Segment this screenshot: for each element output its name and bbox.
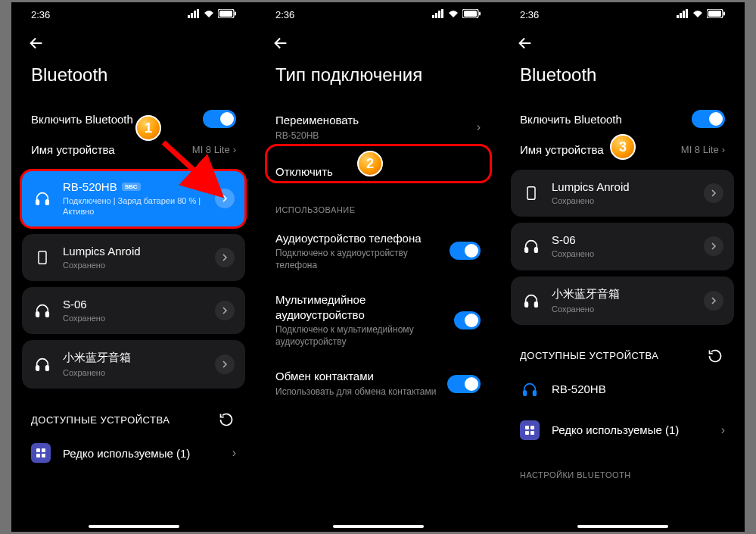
battery-icon (218, 9, 236, 20)
chevron-right-icon: › (721, 423, 725, 437)
media-audio-row[interactable]: Мультимедийное аудиоустройство Подключен… (266, 282, 490, 358)
phone-icon (521, 183, 541, 203)
enable-bluetooth-row[interactable]: Включить Bluetooth (511, 102, 734, 136)
wifi-icon (447, 9, 459, 20)
phone-icon (33, 248, 52, 267)
paired-device-s06[interactable]: S-06 Сохранено (22, 287, 245, 334)
chevron-right-icon: › (722, 144, 725, 155)
device-status: Сохранено (63, 313, 204, 323)
battery-icon (707, 9, 725, 20)
device-name-label: Имя устройства (520, 143, 604, 156)
rarely-used-label: Редко используемые (1) (63, 447, 220, 460)
svg-rect-40 (530, 426, 534, 429)
svg-rect-30 (708, 11, 721, 17)
annotation-marker-3: 3 (610, 134, 636, 160)
svg-rect-42 (530, 431, 534, 435)
signal-icon (188, 9, 200, 20)
svg-rect-33 (525, 248, 528, 252)
contacts-sharing-row[interactable]: Обмен контактами Использовать для обмена… (266, 358, 490, 408)
status-time: 2:36 (31, 9, 50, 20)
chevron-right-icon: › (477, 120, 481, 134)
device-name: 小米蓝牙音箱 (552, 287, 620, 301)
battery-icon (462, 9, 481, 20)
svg-rect-41 (525, 431, 529, 435)
headphones-icon (33, 301, 52, 320)
svg-rect-16 (36, 454, 40, 457)
paired-device-xiaomi-speaker[interactable]: 小米蓝牙音箱 Сохранено (22, 340, 245, 389)
svg-rect-10 (36, 312, 39, 317)
rename-label: Переименовать (275, 113, 359, 128)
svg-rect-14 (36, 448, 40, 452)
device-status: Сохранено (552, 195, 693, 206)
rename-row[interactable]: Переименовать RB-520HB › (266, 102, 490, 152)
phone-audio-row[interactable]: Аудиоустройство телефона Подключено к ау… (266, 220, 490, 283)
svg-rect-20 (438, 11, 440, 18)
svg-rect-27 (683, 11, 685, 18)
home-indicator[interactable] (89, 525, 179, 528)
paired-device-lumpics[interactable]: Lumpics Anroid Сохранено (511, 170, 734, 217)
wifi-icon (692, 9, 704, 20)
rarely-used-row[interactable]: Редко используемые (1) › (22, 433, 245, 473)
svg-rect-31 (723, 11, 725, 15)
paired-device-xiaomi-speaker[interactable]: 小米蓝牙音箱 Сохранено (511, 276, 734, 325)
home-indicator[interactable] (333, 525, 424, 528)
svg-rect-6 (235, 11, 236, 15)
back-row (11, 27, 256, 60)
device-details-button[interactable] (215, 354, 235, 374)
page-title: Bluetooth (11, 60, 256, 102)
available-device-name: RB-520HB (552, 383, 725, 395)
svg-rect-26 (680, 13, 682, 18)
chevron-right-icon: › (232, 446, 236, 460)
svg-rect-39 (525, 426, 529, 429)
device-details-button[interactable] (704, 291, 723, 311)
grid-icon (520, 420, 540, 440)
status-bar: 2:36 (256, 2, 500, 27)
home-indicator[interactable] (577, 525, 668, 528)
back-row (500, 27, 745, 60)
enable-bluetooth-label: Включить Bluetooth (520, 113, 622, 126)
headphones-icon (520, 379, 540, 399)
device-name-value: MI 8 Lite (681, 144, 719, 155)
signal-icon (677, 9, 689, 20)
bluetooth-toggle[interactable] (203, 110, 236, 128)
paired-device-s06[interactable]: S-06 Сохранено (511, 223, 734, 270)
device-details-button[interactable] (215, 248, 235, 267)
back-icon[interactable] (517, 35, 534, 52)
toggle[interactable] (450, 242, 481, 260)
headphones-icon (521, 291, 541, 311)
device-status: Сохранено (63, 367, 204, 378)
bluetooth-toggle[interactable] (692, 110, 725, 128)
row-title: Обмен контактами (275, 369, 436, 384)
usage-header: ИСПОЛЬЗОВАНИЕ (266, 192, 490, 220)
svg-rect-13 (46, 366, 49, 370)
back-icon[interactable] (28, 35, 45, 52)
device-details-button[interactable] (704, 183, 723, 203)
device-name: Lumpics Anroid (63, 245, 141, 258)
svg-rect-35 (525, 302, 528, 307)
headphones-icon (33, 189, 52, 208)
rarely-used-row[interactable]: Редко используемые (1) › (511, 410, 734, 451)
svg-rect-11 (46, 312, 49, 317)
row-sub: Подключено к мультимедийному аудиоустрой… (275, 324, 445, 348)
svg-rect-25 (677, 15, 679, 18)
row-title: Аудиоустройство телефона (275, 231, 440, 246)
phone-screen-2: 2:36 Тип подключения Переименовать RB-52… (256, 2, 500, 532)
back-icon[interactable] (272, 35, 289, 52)
svg-rect-3 (197, 9, 199, 18)
phone-screen-3: 2:36 Bluetooth Включить Bluetooth Имя ус… (500, 2, 745, 532)
disconnect-label: Отключить (275, 164, 333, 180)
enable-bluetooth-row[interactable]: Включить Bluetooth (22, 102, 245, 136)
toggle[interactable] (447, 375, 481, 393)
device-details-button[interactable] (215, 301, 235, 320)
available-device-rb520hb[interactable]: RB-520HB (511, 369, 734, 410)
device-details-button[interactable] (704, 236, 723, 256)
device-status: Сохранено (552, 248, 693, 259)
svg-rect-21 (441, 9, 443, 18)
refresh-icon[interactable] (705, 346, 725, 366)
status-icons (677, 9, 725, 20)
back-row (256, 27, 500, 60)
refresh-icon[interactable] (216, 410, 236, 429)
device-name-label: Имя устройства (31, 143, 115, 156)
toggle[interactable] (454, 311, 481, 329)
paired-device-lumpics[interactable]: Lumpics Anroid Сохранено (22, 234, 245, 281)
